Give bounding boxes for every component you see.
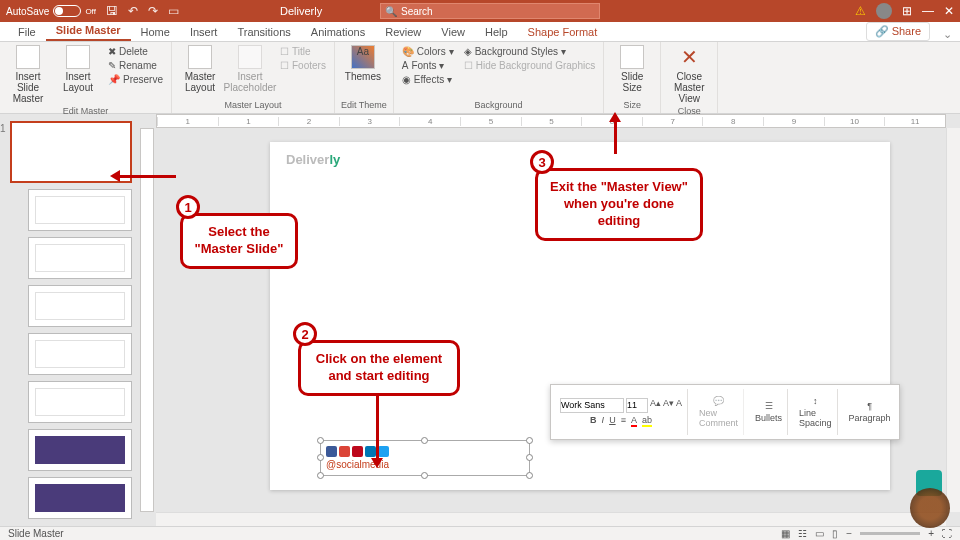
vertical-scrollbar[interactable] [946, 128, 960, 512]
horizontal-scrollbar[interactable] [156, 512, 946, 526]
autosave-toggle[interactable]: AutoSave Off [6, 5, 96, 17]
font-color-icon[interactable]: A [631, 415, 637, 427]
close-window-icon[interactable]: ✕ [944, 4, 954, 18]
toggle-pill-icon[interactable] [53, 5, 81, 17]
clear-format-icon[interactable]: A [676, 398, 682, 413]
resize-handle[interactable] [526, 437, 533, 444]
tab-slide-master[interactable]: Slide Master [46, 21, 131, 41]
tab-transitions[interactable]: Transitions [227, 23, 300, 41]
annotation-arrow-1 [118, 175, 176, 178]
resize-handle[interactable] [317, 454, 324, 461]
selected-shape[interactable]: @socialmedia [320, 440, 530, 476]
slide-size-button[interactable]: Slide Size [610, 45, 654, 93]
grow-font-icon[interactable]: A▴ [650, 398, 661, 413]
fonts-dropdown[interactable]: A Fonts ▾ [400, 59, 456, 72]
linkedin-icon [365, 446, 376, 457]
annotation-arrow-3 [614, 120, 617, 154]
italic-icon[interactable]: I [602, 415, 605, 427]
annotation-arrow-2 [376, 388, 379, 460]
highlight-icon[interactable]: ab [642, 415, 652, 427]
master-layout-button[interactable]: Master Layout [178, 45, 222, 93]
normal-view-icon[interactable]: ▦ [781, 528, 790, 539]
insert-layout-button[interactable]: Insert Layout [56, 45, 100, 93]
warning-icon[interactable]: ⚠ [855, 4, 866, 18]
layout-thumb[interactable] [28, 381, 132, 423]
spacing-icon: ↕ [813, 396, 818, 406]
zoom-out-icon[interactable]: − [846, 528, 852, 539]
insert-slide-master-button[interactable]: Insert Slide Master [6, 45, 50, 104]
align-icon[interactable]: ≡ [621, 415, 626, 427]
status-left: Slide Master [8, 528, 64, 539]
undo-icon[interactable]: ↶ [128, 4, 138, 18]
start-slideshow-icon[interactable]: ▭ [168, 4, 179, 18]
insert-placeholder-button[interactable]: Insert Placeholder [228, 45, 272, 93]
tab-animations[interactable]: Animations [301, 23, 375, 41]
tab-shape-format[interactable]: Shape Format [518, 23, 608, 41]
tab-file[interactable]: File [8, 23, 46, 41]
layout-thumb[interactable] [28, 285, 132, 327]
arrow-head-icon [110, 170, 120, 182]
group-size: Slide Size Size [604, 42, 661, 113]
tab-view[interactable]: View [431, 23, 475, 41]
layout-thumb[interactable] [28, 189, 132, 231]
shrink-font-icon[interactable]: A▾ [663, 398, 674, 413]
delete-button[interactable]: ✖ Delete [106, 45, 165, 58]
layout-thumb[interactable] [28, 333, 132, 375]
slide-size-icon [620, 45, 644, 69]
account-icon[interactable] [876, 3, 892, 19]
resize-handle[interactable] [526, 454, 533, 461]
resize-handle[interactable] [317, 437, 324, 444]
share-button[interactable]: 🔗 Share [866, 22, 930, 41]
underline-icon[interactable]: U [609, 415, 616, 427]
paragraph-button[interactable]: ¶Paragraph [844, 389, 896, 435]
layout-thumb[interactable] [28, 429, 132, 471]
resize-handle[interactable] [317, 472, 324, 479]
redo-icon[interactable]: ↷ [148, 4, 158, 18]
effects-dropdown[interactable]: ◉ Effects ▾ [400, 73, 456, 86]
tab-review[interactable]: Review [375, 23, 431, 41]
resize-handle[interactable] [526, 472, 533, 479]
zoom-in-icon[interactable]: + [928, 528, 934, 539]
comment-icon: 💬 [713, 396, 724, 406]
annotation-badge-2: 2 [293, 322, 317, 346]
logo-text: Deliverly [286, 152, 340, 167]
titlebar: AutoSave Off 🖫 ↶ ↷ ▭ Deliverly 🔍 Search … [0, 0, 960, 22]
facebook-icon [326, 446, 337, 457]
group-master-layout: Master Layout Insert Placeholder ☐ Title… [172, 42, 335, 113]
layout-thumb[interactable] [28, 477, 132, 519]
search-box[interactable]: 🔍 Search [380, 3, 600, 19]
bold-icon[interactable]: B [590, 415, 597, 427]
collapse-ribbon-icon[interactable]: ⌄ [943, 28, 952, 41]
annotation-callout-1: Select the "Master Slide" [180, 213, 298, 269]
preserve-button[interactable]: 📌 Preserve [106, 73, 165, 86]
resize-handle[interactable] [421, 437, 428, 444]
bg-styles-dropdown[interactable]: ◈ Background Styles ▾ [462, 45, 598, 58]
font-controls: A▴A▾A BIU≡Aab [555, 389, 688, 435]
google-icon [339, 446, 350, 457]
zoom-slider[interactable] [860, 532, 920, 535]
vertical-ruler [140, 128, 154, 512]
save-icon[interactable]: 🖫 [106, 4, 118, 18]
notes-icon[interactable]: ☷ [798, 528, 807, 539]
colors-dropdown[interactable]: 🎨 Colors ▾ [400, 45, 456, 58]
ribbon-display-icon[interactable]: ⊞ [902, 4, 912, 18]
mini-toolbar[interactable]: A▴A▾A BIU≡Aab 💬New Comment ☰Bullets ↕Lin… [550, 384, 900, 440]
tab-insert[interactable]: Insert [180, 23, 228, 41]
rename-button[interactable]: ✎ Rename [106, 59, 165, 72]
resize-handle[interactable] [421, 472, 428, 479]
bullets-button[interactable]: ☰Bullets [750, 389, 788, 435]
themes-button[interactable]: AaThemes [341, 45, 385, 82]
font-name-input[interactable] [560, 398, 624, 413]
font-size-input[interactable] [626, 398, 648, 413]
layout-thumb[interactable] [28, 237, 132, 279]
reading-view-icon[interactable]: ▭ [815, 528, 824, 539]
line-spacing-button[interactable]: ↕Line Spacing [794, 389, 838, 435]
annotation-callout-3: Exit the "Master View" when you're done … [535, 168, 703, 241]
fit-to-window-icon[interactable]: ⛶ [942, 528, 952, 539]
new-comment-button[interactable]: 💬New Comment [694, 389, 744, 435]
tab-home[interactable]: Home [131, 23, 180, 41]
slideshow-view-icon[interactable]: ▯ [832, 528, 838, 539]
close-master-view-button[interactable]: ✕Close Master View [667, 45, 711, 104]
minimize-icon[interactable]: — [922, 4, 934, 18]
tab-help[interactable]: Help [475, 23, 518, 41]
